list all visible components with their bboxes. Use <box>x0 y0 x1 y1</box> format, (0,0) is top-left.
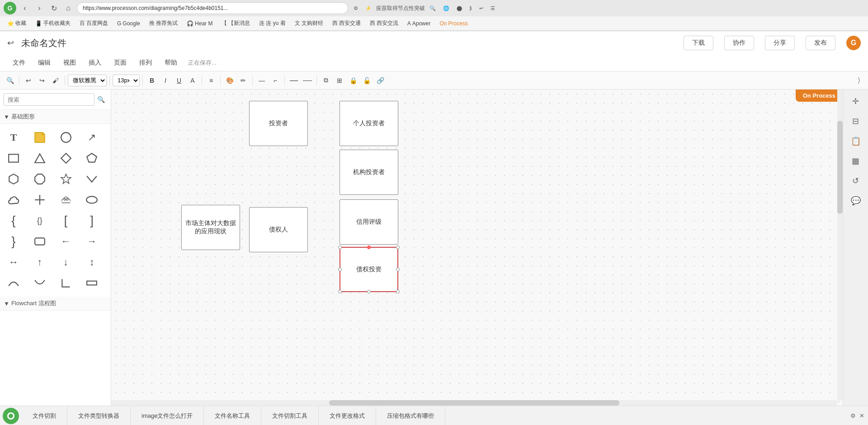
menu-arrange[interactable]: 排列 <box>134 57 157 69</box>
shape-brace-pair[interactable]: {} <box>30 211 50 231</box>
shape-octagon[interactable] <box>30 169 50 189</box>
node-debt-investment[interactable]: 债权投资 <box>340 247 398 292</box>
shape-pentagon[interactable] <box>82 148 102 168</box>
taskbar-settings-icon[interactable]: ⚙ <box>850 412 856 419</box>
shape-arrow-up[interactable]: ↑ <box>30 252 50 272</box>
search-input[interactable] <box>4 93 94 106</box>
tool-compass[interactable]: ✛ <box>848 93 864 109</box>
bold-button[interactable]: B <box>146 74 158 87</box>
shape-arrow-down[interactable]: ↓ <box>56 252 76 272</box>
unlock-button[interactable]: 🔓 <box>360 74 373 87</box>
menu-edit[interactable]: 编辑 <box>33 57 56 69</box>
bookmark-apower[interactable]: A Apower <box>404 19 434 28</box>
node-creditor[interactable]: 债权人 <box>249 207 308 252</box>
handle-bottom-center[interactable] <box>367 290 371 293</box>
menu-page[interactable]: 页面 <box>108 57 132 69</box>
nav-home-button[interactable]: ⌂ <box>62 2 74 14</box>
paste-style-button[interactable]: ⊞ <box>333 74 346 87</box>
node-personal-investor[interactable]: 个人投资者 <box>340 101 398 146</box>
shape-hexagon[interactable] <box>4 169 24 189</box>
shape-double-arrow-h[interactable]: ↔ <box>4 252 24 272</box>
shape-bracket-right[interactable]: ] <box>82 211 102 231</box>
canvas-scrollbar-h[interactable] <box>111 400 837 406</box>
line-type-1[interactable]: — <box>288 74 300 87</box>
taskbar-item-6[interactable]: 压缩包格式有哪些 <box>376 406 445 425</box>
fill-color-button[interactable]: 🎨 <box>223 74 236 87</box>
format-paint-button[interactable]: 🖌 <box>49 74 62 87</box>
line-color-button[interactable]: ✏ <box>237 74 250 87</box>
link-button[interactable]: 🔗 <box>374 74 387 87</box>
taskbar-close-icon[interactable]: ✕ <box>859 412 864 419</box>
shape-note[interactable] <box>30 128 50 147</box>
tool-clipboard[interactable]: 📋 <box>848 133 864 149</box>
shape-cross[interactable] <box>30 190 50 210</box>
handle-top-center[interactable] <box>367 246 371 249</box>
tool-layers[interactable]: ⊟ <box>848 113 864 129</box>
menu-help[interactable]: 帮助 <box>159 57 183 69</box>
italic-button[interactable]: I <box>159 74 172 87</box>
bookmark-google[interactable]: G Google <box>113 19 144 28</box>
bookmark-mobile[interactable]: 📱 手机收藏夹 <box>32 19 74 28</box>
node-credit-rating[interactable]: 信用评级 <box>340 199 398 245</box>
bookmark-news[interactable]: 【 【新消息 <box>218 19 254 28</box>
taskbar-item-2[interactable]: image文件怎么打开 <box>131 406 204 425</box>
copy-style-button[interactable]: ⧉ <box>320 74 332 87</box>
underline-button[interactable]: U <box>173 74 185 87</box>
menu-insert[interactable]: 插入 <box>83 57 107 69</box>
shape-corner[interactable] <box>56 273 76 293</box>
taskbar-item-3[interactable]: 文件名称工具 <box>204 406 261 425</box>
node-institutional-investor[interactable]: 机构投资者 <box>340 150 398 195</box>
undo-btn[interactable]: ↩ <box>476 5 486 12</box>
zoom-fit-button[interactable]: 🔍 <box>4 74 16 87</box>
bookmark-processon[interactable]: On Process <box>436 19 471 28</box>
tool-comment[interactable]: 💬 <box>848 193 864 209</box>
shape-arrow-left[interactable]: ← <box>56 231 76 251</box>
taskbar-item-4[interactable]: 文件切割工具 <box>261 406 319 425</box>
font-name-select[interactable]: 微软雅黑 <box>68 75 107 86</box>
scrollbar-thumb-v[interactable] <box>837 121 843 214</box>
canvas-scrollbar-v[interactable] <box>837 90 843 400</box>
shapes-category-basic[interactable]: ▼ 基础图形 <box>0 110 111 124</box>
bookmark-xian1[interactable]: 西 西安交通 <box>329 19 364 28</box>
shape-oval[interactable] <box>82 190 102 210</box>
corner-style-button[interactable]: ⌐ <box>269 74 282 87</box>
handle-top-right[interactable] <box>396 246 400 249</box>
handle-mid-left[interactable] <box>338 268 342 271</box>
shape-cloud[interactable] <box>56 190 76 210</box>
shape-diamond[interactable] <box>56 148 76 168</box>
shape-rect-small[interactable] <box>82 273 102 293</box>
node-investor[interactable]: 投资者 <box>249 101 308 146</box>
align-button[interactable]: ≡ <box>205 74 217 87</box>
bookmark-xian2[interactable]: 西 西安交流 <box>366 19 402 28</box>
taskbar-item-1[interactable]: 文件类型转换器 <box>67 406 131 425</box>
nav-forward-button[interactable]: › <box>33 2 45 14</box>
tool-history[interactable]: ↺ <box>848 173 864 189</box>
download-button[interactable]: 下载 <box>684 36 713 50</box>
shape-arrow-updown[interactable]: ↕ <box>82 252 102 272</box>
extension-extra[interactable]: ⟫ <box>467 5 475 12</box>
nav-back-button[interactable]: ‹ <box>19 2 31 14</box>
handle-top-left[interactable] <box>338 246 342 249</box>
shapes-category-flowchart[interactable]: ▼ Flowchart 流程图 <box>0 297 111 311</box>
extension-btn-2[interactable]: ⚡ <box>363 5 374 12</box>
bookmark-connect[interactable]: 连 连 yu 着 <box>255 19 289 28</box>
bookmark-finance[interactable]: 文 文购财经 <box>291 19 327 28</box>
extension-record[interactable]: ⬤ <box>454 5 465 12</box>
shape-cloud-small[interactable] <box>4 190 24 210</box>
shape-arc-up[interactable] <box>4 273 24 293</box>
scrollbar-thumb-h[interactable] <box>329 400 619 406</box>
handle-bottom-right[interactable] <box>396 290 400 293</box>
taskbar-item-5[interactable]: 文件更改格式 <box>319 406 376 425</box>
extension-translate[interactable]: 🌐 <box>440 5 452 12</box>
bookmark-hear[interactable]: 🎧 Hear M <box>183 19 216 28</box>
font-size-select[interactable]: 13px <box>113 75 140 86</box>
search-submit-button[interactable]: 🔍 <box>94 93 107 106</box>
handle-bottom-left[interactable] <box>338 290 342 293</box>
shape-brace-left[interactable]: { <box>4 211 24 231</box>
menu-file[interactable]: 文件 <box>7 57 31 69</box>
shape-text[interactable]: T <box>4 128 24 147</box>
shape-brace-right[interactable]: } <box>4 231 24 251</box>
tool-table[interactable]: ▦ <box>848 153 864 169</box>
undo-button[interactable]: ↩ <box>22 74 35 87</box>
bookmark-baidu[interactable]: 百 百度网盘 <box>76 19 112 28</box>
